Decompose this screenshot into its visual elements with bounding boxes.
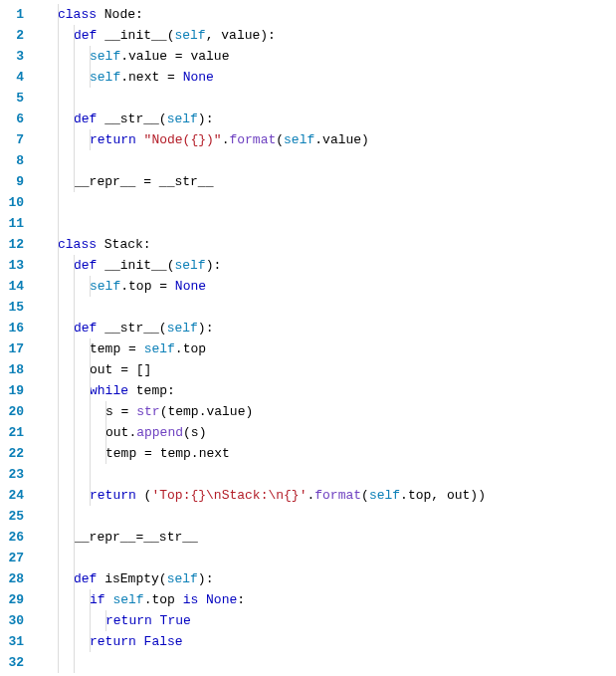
token-call: append — [136, 425, 183, 440]
code-line[interactable]: __repr__ = __str__ — [34, 171, 616, 192]
line-number: 6 — [0, 109, 24, 129]
indent-guide — [58, 338, 59, 359]
token-n: value — [322, 132, 361, 147]
line-number: 14 — [0, 276, 24, 297]
indent-guide — [74, 422, 75, 443]
indent-guide — [74, 46, 75, 67]
token-p: . — [120, 49, 128, 64]
code-line[interactable]: return "Node({})".format(self.value) — [34, 129, 616, 150]
code-line[interactable] — [34, 192, 616, 213]
indent-guide — [58, 464, 59, 485]
token-k: while — [90, 383, 136, 398]
token-n: isEmpty — [104, 571, 159, 586]
token-k: return — [105, 613, 160, 628]
token-n: __repr__ — [74, 174, 135, 189]
line-number: 20 — [0, 401, 24, 422]
indent-guide — [58, 255, 59, 276]
token-p: ( — [276, 132, 284, 147]
code-line[interactable]: def __init__(self): — [34, 255, 616, 276]
code-line[interactable]: out.append(s) — [34, 422, 616, 443]
code-line[interactable]: def __str__(self): — [34, 318, 616, 338]
token-p: ( — [159, 112, 167, 126]
token-n: s — [191, 425, 199, 440]
token-p: ): — [260, 28, 276, 43]
code-line[interactable] — [34, 150, 616, 171]
code-line[interactable] — [34, 506, 616, 527]
token-n: value — [128, 49, 167, 64]
line-number: 30 — [0, 610, 24, 631]
token-p: , — [431, 488, 447, 503]
line-number: 23 — [0, 464, 24, 485]
code-line[interactable]: class Stack: — [34, 234, 616, 255]
token-call: format — [229, 132, 276, 147]
line-number: 17 — [0, 338, 24, 359]
token-n: value — [221, 28, 260, 43]
indent-guide — [74, 359, 75, 380]
token-sf: self — [167, 321, 198, 336]
line-number: 18 — [0, 359, 24, 380]
indent-guide — [58, 443, 59, 464]
token-p: ( — [159, 321, 167, 336]
line-number: 5 — [0, 88, 24, 109]
token-n: out — [90, 362, 112, 377]
code-line[interactable] — [34, 548, 616, 568]
token-sf: self — [167, 112, 198, 126]
code-line[interactable]: def isEmpty(self): — [34, 568, 616, 589]
indent-guide — [74, 610, 75, 631]
token-k: def — [74, 258, 104, 273]
line-number: 3 — [0, 46, 24, 67]
code-line[interactable] — [34, 297, 616, 318]
code-line[interactable]: __repr__=__str__ — [34, 527, 616, 548]
token-const: None — [206, 592, 237, 607]
code-line[interactable]: class Node: — [34, 4, 616, 25]
indent-guide — [74, 485, 75, 506]
code-line[interactable]: self.top = None — [34, 276, 616, 297]
token-const: None — [175, 279, 206, 294]
indent-guide — [58, 610, 59, 631]
line-number: 19 — [0, 380, 24, 401]
code-line[interactable]: def __init__(self, value): — [34, 25, 616, 46]
indent-guide — [74, 464, 75, 485]
code-line[interactable]: self.value = value — [34, 46, 616, 67]
indent-guide — [58, 652, 59, 673]
code-line[interactable]: if self.top is None: — [34, 589, 616, 610]
code-line[interactable] — [34, 464, 616, 485]
token-p: . — [120, 70, 128, 85]
code-line[interactable]: temp = temp.next — [34, 443, 616, 464]
line-number: 28 — [0, 568, 24, 589]
token-sf: self — [174, 258, 205, 273]
token-k: return — [90, 132, 144, 147]
token-sf: self — [167, 571, 198, 586]
code-line[interactable] — [34, 213, 616, 234]
line-number: 32 — [0, 652, 24, 673]
code-line[interactable]: return False — [34, 631, 616, 652]
indent-guide — [58, 129, 59, 150]
token-p: ): — [198, 571, 214, 586]
code-line[interactable]: while temp: — [34, 380, 616, 401]
indent-guide — [74, 401, 75, 422]
code-line[interactable]: def __str__(self): — [34, 109, 616, 129]
token-p: ): — [198, 112, 214, 126]
token-n: __repr__ — [74, 530, 135, 545]
indent-guide — [58, 150, 59, 171]
indent-guide — [58, 527, 59, 548]
code-line[interactable] — [34, 88, 616, 109]
token-s: "Node({})" — [144, 132, 222, 147]
token-p: ) — [361, 132, 369, 147]
token-p: = — [151, 279, 174, 294]
code-line[interactable]: temp = self.top — [34, 338, 616, 359]
code-line[interactable] — [34, 652, 616, 673]
code-line[interactable]: return ('Top:{}\nStack:\n{}'.format(self… — [34, 485, 616, 506]
token-k: class — [58, 237, 104, 252]
code-line[interactable]: s = str(temp.value) — [34, 401, 616, 422]
token-p: = — [135, 174, 158, 189]
code-line[interactable]: return True — [34, 610, 616, 631]
token-const: True — [160, 613, 191, 628]
indent-guide — [58, 401, 59, 422]
indent-guide — [58, 631, 59, 652]
code-line[interactable]: self.next = None — [34, 67, 616, 88]
code-line[interactable]: out = [] — [34, 359, 616, 380]
indent-guide — [58, 276, 59, 297]
line-number: 10 — [0, 192, 24, 213]
code-area[interactable]: class Node:def __init__(self, value):sel… — [34, 0, 616, 673]
